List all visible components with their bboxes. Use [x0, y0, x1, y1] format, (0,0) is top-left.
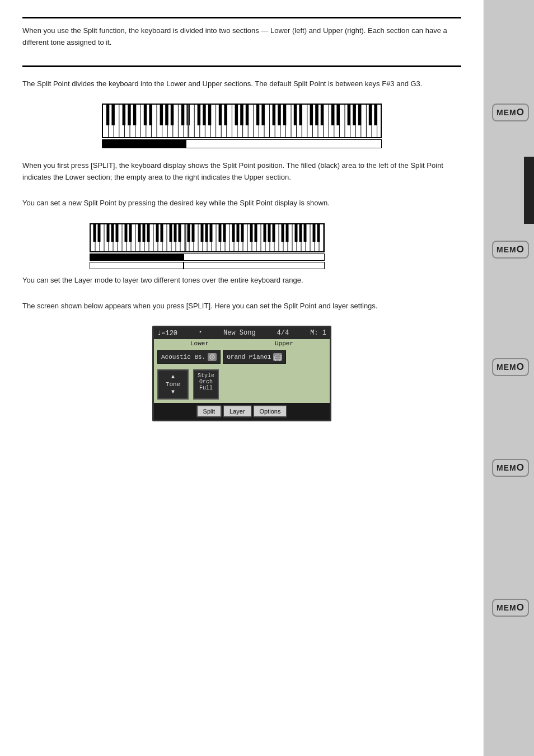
svg-rect-76 [283, 105, 287, 125]
display-mockup: ♩=120 ▪ New Song 4/4 M: 1 Lower Upper Ac… [152, 326, 331, 421]
svg-rect-143 [93, 224, 96, 242]
svg-rect-147 [116, 224, 119, 242]
svg-rect-62 [181, 105, 185, 125]
memo-text-2: MEMO [496, 245, 524, 254]
style-box[interactable]: Style Orch Full [193, 369, 219, 400]
svg-rect-151 [143, 224, 146, 242]
svg-rect-82 [331, 105, 335, 125]
display-measure: M: 1 [310, 329, 326, 337]
svg-rect-167 [241, 224, 244, 242]
memo-badge-4: MEMO [491, 459, 530, 477]
split-bars-layer [90, 253, 325, 269]
svg-rect-160 [201, 224, 204, 242]
svg-rect-56 [133, 105, 137, 125]
piano-keys-2 [90, 223, 325, 252]
svg-rect-157 [179, 224, 181, 242]
svg-rect-70 [240, 105, 243, 125]
svg-rect-146 [111, 224, 114, 242]
tone-selector[interactable]: ▲ Tone ▼ [157, 369, 189, 400]
svg-rect-67 [219, 105, 222, 125]
svg-rect-152 [147, 224, 150, 242]
paragraph-1: When you use the Split function, the key… [22, 25, 461, 49]
upper-tone-box[interactable]: Grand Piano1 [223, 350, 286, 364]
svg-rect-150 [138, 224, 141, 242]
memo-badge-3: MEMO [491, 358, 530, 376]
svg-rect-55 [128, 105, 131, 125]
svg-rect-85 [353, 105, 356, 125]
split-bar-lower [102, 139, 186, 148]
display-tempo: ♩=120 [157, 329, 177, 337]
keyboard-diagram-2 [90, 223, 461, 269]
upper-tone-icon [273, 353, 282, 361]
svg-rect-74 [273, 105, 276, 125]
paragraph-5: You can set the Layer mode to layer two … [22, 275, 461, 287]
svg-rect-177 [304, 224, 307, 242]
svg-rect-155 [170, 224, 172, 242]
svg-rect-83 [336, 105, 340, 125]
svg-rect-174 [286, 224, 289, 242]
svg-rect-178 [313, 224, 316, 242]
svg-rect-73 [261, 105, 265, 125]
lower-tone-box[interactable]: Acoustic Bs. [157, 350, 221, 364]
svg-rect-163 [219, 224, 222, 242]
svg-rect-165 [232, 224, 235, 242]
right-sidebar: MEMO MEMO MEMO MEMO MEMO [484, 0, 534, 756]
lower-tone-icon [208, 353, 217, 361]
svg-rect-81 [321, 105, 324, 125]
svg-rect-69 [235, 105, 238, 125]
svg-rect-71 [246, 105, 249, 125]
tone-up-arrow: ▲ [163, 374, 183, 380]
svg-rect-61 [171, 105, 174, 125]
display-screen: ♩=120 ▪ New Song 4/4 M: 1 Lower Upper Ac… [152, 326, 331, 421]
display-time-sig: 4/4 [277, 329, 289, 337]
display-labels: Lower Upper [154, 339, 330, 348]
lower-tone-text: Acoustic Bs. [161, 354, 205, 360]
options-button[interactable]: Options [253, 405, 288, 417]
section-1: When you use the Split function, the key… [22, 25, 461, 49]
piano-keys-1: // We'll draw via inline SVG content bel… [102, 104, 382, 138]
svg-rect-78 [299, 105, 302, 125]
svg-rect-158 [188, 224, 190, 242]
paragraph-4: You can set a new Split Point by pressin… [22, 198, 461, 209]
svg-rect-53 [111, 105, 115, 125]
svg-rect-144 [98, 224, 101, 242]
svg-rect-58 [149, 105, 152, 125]
second-divider [22, 65, 461, 67]
svg-rect-166 [237, 224, 240, 242]
svg-rect-52 [106, 105, 110, 125]
paragraph-6: The screen shown below appears when you … [22, 300, 461, 312]
memo-text-1: MEMO [496, 108, 524, 117]
svg-rect-172 [273, 224, 275, 242]
memo-badge-2: MEMO [491, 241, 530, 259]
main-content: When you use the Split function, the key… [0, 0, 484, 756]
svg-rect-173 [282, 224, 284, 242]
svg-point-182 [212, 356, 213, 358]
lower-label: Lower [190, 340, 209, 347]
layer-bar-right-1 [184, 253, 325, 261]
layer-bar-right-2 [184, 262, 325, 269]
svg-rect-75 [278, 105, 281, 125]
svg-rect-88 [374, 105, 377, 125]
svg-rect-59 [160, 105, 163, 125]
svg-rect-87 [369, 105, 372, 125]
paragraph-2: The Split Point divides the keyboard int… [22, 78, 461, 90]
display-middle-area: ▲ Tone ▼ Style Orch Full [154, 366, 330, 403]
svg-rect-169 [255, 224, 257, 242]
svg-rect-148 [125, 224, 128, 242]
layer-button[interactable]: Layer [223, 405, 252, 417]
top-divider [22, 17, 461, 18]
svg-rect-79 [310, 105, 313, 125]
svg-rect-179 [317, 224, 320, 242]
tone-down-arrow: ▼ [163, 389, 183, 395]
split-button[interactable]: Split [196, 405, 222, 417]
section-2: The Split Point divides the keyboard int… [22, 78, 461, 90]
display-bottom-buttons: Split Layer Options [154, 403, 330, 420]
svg-rect-57 [144, 105, 147, 125]
memo-text-3: MEMO [496, 363, 524, 372]
tone-label: Tone [163, 381, 183, 388]
svg-rect-149 [129, 224, 132, 242]
svg-rect-171 [268, 224, 271, 242]
svg-rect-145 [107, 224, 110, 242]
paragraph-3: When you first press [SPLIT], the keyboa… [22, 160, 461, 184]
svg-rect-156 [174, 224, 177, 242]
